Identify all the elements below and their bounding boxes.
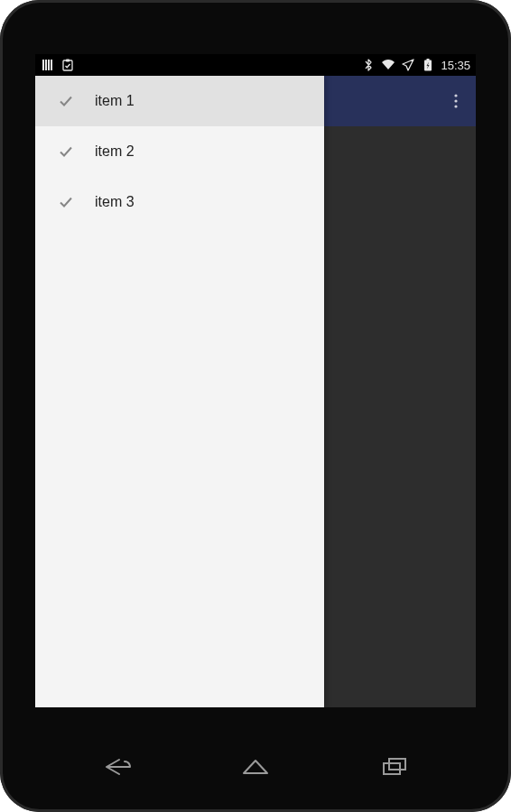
device-frame: 15:35 item 1 item 2 (0, 0, 511, 812)
wifi-icon (381, 58, 395, 72)
clipboard-check-icon (60, 58, 75, 72)
svg-rect-1 (45, 60, 47, 70)
recent-apps-button[interactable] (373, 751, 416, 783)
svg-rect-7 (427, 59, 430, 60)
svg-rect-4 (63, 60, 72, 70)
svg-point-10 (454, 105, 457, 107)
notification-icon (41, 58, 55, 72)
menu-item[interactable]: item 1 (35, 76, 324, 126)
menu-item-label: item 3 (95, 194, 135, 210)
airplane-mode-icon (401, 58, 415, 72)
back-button[interactable] (96, 751, 139, 783)
menu-item-label: item 2 (95, 143, 135, 160)
svg-point-8 (454, 94, 457, 97)
menu-item[interactable]: item 2 (35, 126, 324, 177)
overflow-menu-button[interactable] (441, 87, 470, 115)
status-time: 15:35 (441, 59, 470, 72)
navigation-bar (0, 742, 511, 792)
svg-rect-3 (51, 60, 52, 70)
svg-rect-0 (42, 60, 44, 70)
menu-item[interactable]: item 3 (35, 177, 324, 227)
check-icon (57, 92, 75, 110)
bluetooth-icon (361, 58, 376, 72)
content-area: item 1 item 2 item 3 (35, 76, 476, 707)
check-icon (57, 143, 75, 161)
status-bar: 15:35 (35, 54, 476, 76)
svg-rect-5 (66, 60, 70, 62)
svg-point-9 (454, 99, 457, 102)
dropdown-menu: item 1 item 2 item 3 (35, 76, 324, 707)
screen: 15:35 item 1 item 2 (35, 54, 476, 707)
home-button[interactable] (234, 751, 277, 783)
check-icon (57, 193, 75, 211)
menu-item-label: item 1 (95, 93, 135, 109)
svg-rect-2 (48, 60, 50, 70)
battery-charging-icon (421, 58, 435, 72)
